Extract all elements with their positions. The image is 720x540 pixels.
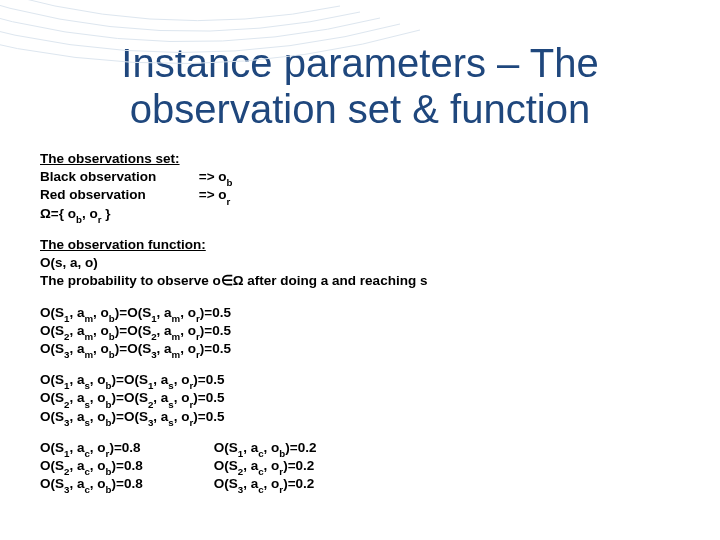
- eq-line: O(S2, as, ob)=O(S2, as, or)=0.5: [40, 389, 680, 407]
- eq-line: O(S3, ac, ob)=0.8: [40, 475, 210, 493]
- eq-line: O(S1, am, ob)=O(S1, am, or)=0.5: [40, 304, 680, 322]
- equations-as: O(S1, as, ob)=O(S1, as, or)=0.5 O(S2, as…: [40, 371, 680, 426]
- eq-line: O(S1, as, ob)=O(S1, as, or)=0.5: [40, 371, 680, 389]
- omega-set: Ω={ ob, or }: [40, 205, 680, 223]
- eq-line: O(S2, ac, or)=0.2: [214, 457, 315, 475]
- black-obs-symbol: => ob: [199, 168, 233, 186]
- obs-set-heading: The observations set:: [40, 150, 680, 168]
- eq-line: O(S3, ac, or)=0.2: [214, 475, 315, 493]
- eq-line: O(S1, ac, or)=0.8: [40, 439, 210, 457]
- eq-line: O(S2, ac, ob)=0.8: [40, 457, 210, 475]
- observation-set-block: The observations set: Black observation …: [40, 150, 680, 223]
- obs-fun-description: The probability to observe o∈Ω after doi…: [40, 272, 680, 290]
- eq-line: O(S2, am, ob)=O(S2, am, or)=0.5: [40, 322, 680, 340]
- equations-ac: O(S1, ac, or)=0.8 O(S1, ac, ob)=0.2 O(S2…: [40, 439, 680, 494]
- eq-line: O(S3, am, ob)=O(S3, am, or)=0.5: [40, 340, 680, 358]
- observation-function-block: The observation function: O(s, a, o) The…: [40, 236, 680, 291]
- obs-fun-heading: The observation function:: [40, 236, 680, 254]
- red-obs-symbol: => or: [199, 186, 231, 204]
- black-obs-label: Black observation: [40, 168, 195, 186]
- page-title: Instance parameters – The observation se…: [40, 40, 680, 132]
- red-obs-label: Red observation: [40, 186, 195, 204]
- eq-line: O(S1, ac, ob)=0.2: [214, 439, 317, 457]
- eq-line: O(S3, as, ob)=O(S3, as, or)=0.5: [40, 408, 680, 426]
- obs-fun-signature: O(s, a, o): [40, 254, 680, 272]
- equations-am: O(S1, am, ob)=O(S1, am, or)=0.5 O(S2, am…: [40, 304, 680, 359]
